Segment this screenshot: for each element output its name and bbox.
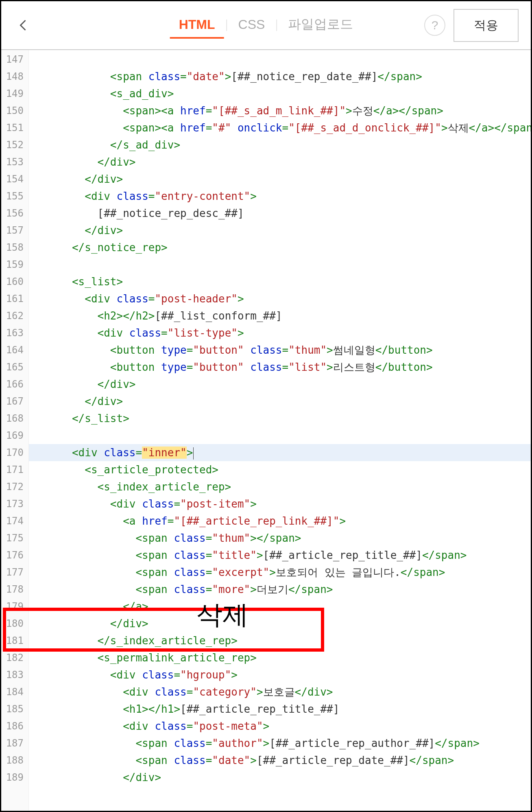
editor-tabs: HTML CSS 파일업로드 [170, 11, 362, 40]
apply-button[interactable]: 적용 [454, 9, 519, 42]
tab-css[interactable]: CSS [229, 12, 274, 39]
help-button[interactable]: ? [424, 15, 445, 36]
editor-header: HTML CSS 파일업로드 ? 적용 [1, 1, 531, 50]
tab-upload[interactable]: 파일업로드 [279, 11, 362, 40]
tab-separator [227, 20, 227, 31]
tab-separator [276, 20, 277, 31]
back-button[interactable] [13, 15, 34, 35]
tab-html[interactable]: HTML [170, 12, 224, 39]
line-gutter: 1471481491501511521531541551561571581591… [1, 50, 29, 811]
code-content[interactable]: <span class="date">[##_notice_rep_date_#… [29, 50, 531, 811]
back-arrow-icon [16, 18, 31, 33]
code-editor[interactable]: 1471481491501511521531541551561571581591… [1, 50, 531, 811]
